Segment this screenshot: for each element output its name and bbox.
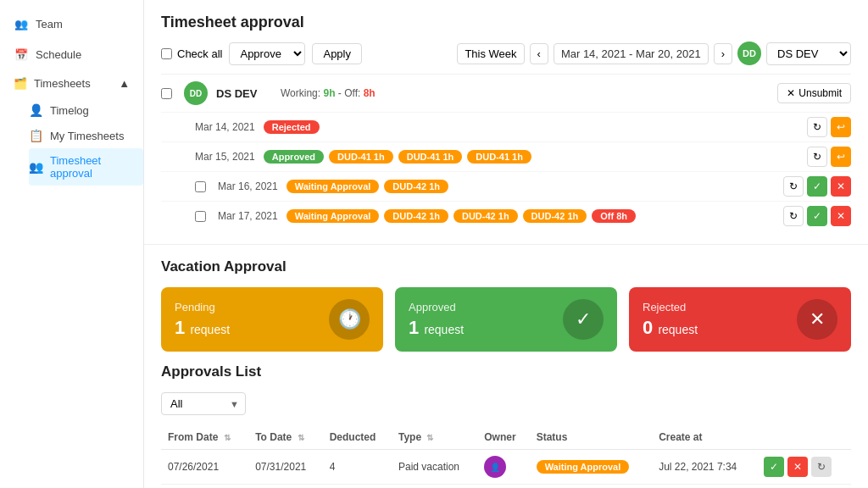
unsubmit-button[interactable]: ✕ Unsubmit [777, 83, 851, 103]
sort-icon-to-date: ⇅ [298, 433, 304, 442]
row-approve-button[interactable]: ✓ [764, 457, 784, 477]
task-tag-mar16-1: DUD-42 1h [384, 180, 448, 193]
sidebar-item-team-label: Team [36, 18, 63, 30]
row-reject-button[interactable]: ✕ [787, 457, 808, 477]
approve-button-mar16[interactable]: ✓ [807, 176, 827, 197]
row-owner: 👤 [477, 450, 529, 485]
status-badge: Waiting Approval [537, 460, 630, 474]
col-type: Type ⇅ [392, 425, 477, 450]
vacation-card-pending: Pending 1 request 🕐 [161, 287, 383, 352]
row-refresh-button[interactable]: ↻ [811, 457, 832, 477]
my-timesheets-icon: 📋 [29, 129, 43, 142]
employee-checkbox[interactable] [161, 88, 172, 99]
owner-avatar: 👤 [484, 456, 506, 478]
reject-button-mar17[interactable]: ✕ [831, 206, 851, 226]
team-icon: 👥 [14, 16, 29, 31]
approved-icon: ✓ [563, 299, 604, 340]
status-tag-waiting-mar16: Waiting Approval [287, 180, 380, 193]
sidebar-item-timesheet-approval[interactable]: 👥 Timesheet approval [29, 148, 143, 186]
day-row-mar14: Mar 14, 2021 Rejected ↻ ↩ [161, 112, 851, 141]
undo-button-mar14[interactable]: ↩ [831, 117, 851, 137]
col-from-date: From Date ⇅ [161, 425, 248, 450]
sidebar-timelog-label: Timelog [50, 104, 89, 117]
col-create-at: Create at [652, 425, 757, 450]
day-actions-mar15: ↻ ↩ [807, 147, 851, 167]
rejected-unit: request [658, 323, 698, 336]
sidebar-item-team[interactable]: 👥 Team [0, 8, 143, 39]
week-range: Mar 14, 2021 - Mar 20, 2021 [554, 43, 709, 64]
day-date-mar14: Mar 14, 2021 [195, 121, 255, 133]
rejected-icon: ✕ [797, 299, 837, 340]
employee-avatar: DD [184, 81, 208, 105]
pending-unit: request [190, 323, 230, 336]
filter-select[interactable]: All Pending Approved Rejected [161, 392, 246, 415]
rejected-label: Rejected [643, 301, 698, 313]
approvals-table-body: 07/26/2021 07/31/2021 4 Paid vacation 👤 … [161, 450, 851, 485]
row-type: Paid vacation [392, 450, 477, 485]
approved-count: 1 request [409, 317, 464, 339]
prev-week-button[interactable]: ‹ [530, 43, 548, 64]
day-checkbox-mar17[interactable] [195, 211, 206, 222]
sidebar-item-schedule[interactable]: 📅 Schedule [0, 39, 143, 69]
undo-button-mar15[interactable]: ↩ [831, 147, 851, 167]
approvals-table-head: From Date ⇅ To Date ⇅ Deducted Type ⇅ Ow… [161, 425, 851, 450]
sidebar-item-timelog[interactable]: 👤 Timelog [29, 97, 143, 123]
schedule-icon: 📅 [14, 47, 29, 62]
user-dropdown[interactable]: DS DEV [766, 42, 851, 65]
approve-select[interactable]: Approve Reject [229, 42, 305, 65]
sidebar-timesheets-label: Timesheets [34, 77, 91, 90]
status-tag-rejected-mar14: Rejected [264, 120, 320, 134]
working-label: Working: [281, 87, 320, 99]
page-title: Timesheet approval [161, 14, 851, 31]
day-row-mar17: Mar 17, 2021 Waiting Approval DUD-42 1h … [161, 201, 851, 230]
row-from-date: 07/26/2021 [161, 450, 248, 485]
employee-row: DD DS DEV Working: 9h - Off: 8h ✕ Unsubm… [161, 74, 851, 112]
rejected-count: 0 request [643, 317, 698, 339]
row-action-buttons: ✓ ✕ ↻ [764, 457, 844, 477]
sidebar-timesheets-section[interactable]: 🗂️ Timesheets ▲ [0, 69, 143, 97]
task-tag-mar15-1: DUD-41 1h [329, 150, 393, 164]
apply-button[interactable]: Apply [312, 43, 362, 64]
day-actions-mar17: ↻ ✓ ✕ [783, 206, 851, 226]
sidebar-item-schedule-label: Schedule [36, 48, 81, 61]
status-tag-waiting-mar17: Waiting Approval [287, 209, 380, 223]
vacation-card-pending-info: Pending 1 request [175, 301, 230, 339]
sidebar-timesheet-approval-label: Timesheet approval [50, 154, 130, 180]
day-actions-mar16: ↻ ✓ ✕ [783, 176, 851, 197]
refresh-button-mar17[interactable]: ↻ [783, 206, 804, 226]
check-all-label[interactable]: Check all [161, 47, 222, 60]
day-tags-mar14: Rejected [264, 120, 798, 134]
sort-icon-type: ⇅ [426, 433, 433, 442]
approved-count-num: 1 [409, 317, 419, 338]
next-week-button[interactable]: › [714, 43, 732, 64]
pending-label: Pending [175, 301, 230, 313]
approvals-filter: All Pending Approved Rejected ▼ [161, 392, 851, 415]
timesheets-icon: 🗂️ [14, 77, 27, 90]
task-tag-mar17-3: DUD-42 1h [523, 209, 587, 223]
this-week-button[interactable]: This Week [457, 43, 524, 64]
sort-icon-from-date: ⇅ [224, 433, 231, 442]
sidebar-timesheets-sub: 👤 Timelog 📋 My Timesheets 👥 Timesheet ap… [0, 97, 143, 186]
employee-name: DS DEV [216, 87, 267, 100]
user-select: DD DS DEV [737, 42, 851, 65]
task-tag-mar17-2: DUD-42 1h [453, 209, 518, 223]
off-label: - Off: [338, 87, 360, 99]
sidebar-item-my-timesheets[interactable]: 📋 My Timesheets [29, 123, 143, 148]
table-row: 07/26/2021 07/31/2021 4 Paid vacation 👤 … [161, 450, 851, 485]
refresh-button-mar15[interactable]: ↻ [807, 147, 827, 167]
check-all-checkbox[interactable] [161, 48, 172, 59]
pending-count: 1 request [175, 317, 230, 339]
day-tags-mar15: Approved DUD-41 1h DUD-41 1h DUD-41 1h [264, 150, 798, 164]
approvals-title: Approvals List [161, 363, 851, 380]
col-deducted: Deducted [323, 425, 392, 450]
refresh-button-mar14[interactable]: ↻ [807, 117, 827, 137]
col-owner: Owner [477, 425, 529, 450]
day-tags-mar17: Waiting Approval DUD-42 1h DUD-42 1h DUD… [287, 209, 775, 223]
reject-button-mar16[interactable]: ✕ [831, 176, 851, 197]
approve-button-mar17[interactable]: ✓ [807, 206, 827, 226]
day-checkbox-mar16[interactable] [195, 181, 206, 192]
vacation-section: Vacation Approval Pending 1 request 🕐 Ap… [144, 245, 868, 488]
refresh-button-mar16[interactable]: ↻ [783, 176, 804, 197]
row-actions: ✓ ✕ ↻ [757, 450, 851, 485]
row-create-at: Jul 22, 2021 7:34 [652, 450, 757, 485]
